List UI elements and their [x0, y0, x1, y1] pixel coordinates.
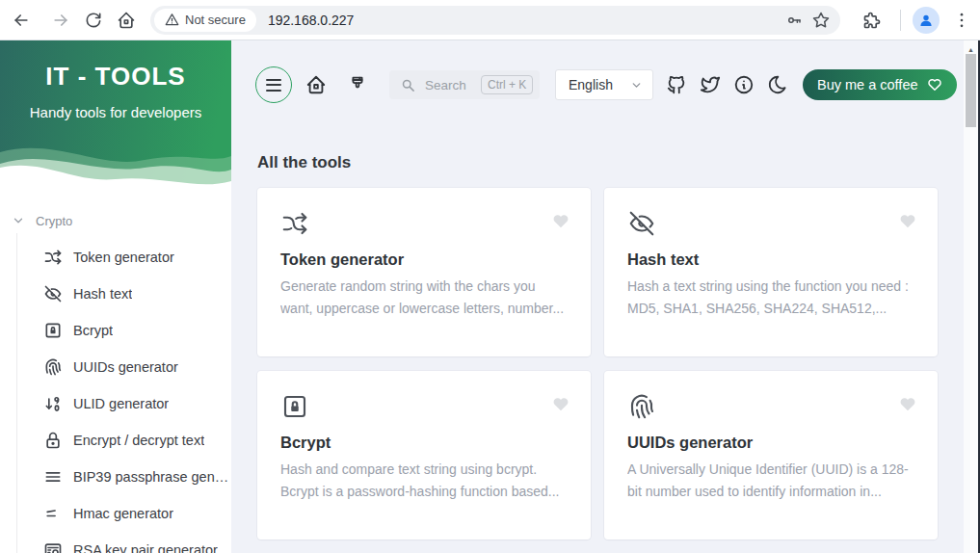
- sidebar-items: Token generator Hash text Bcrypt UUIDs g…: [16, 233, 231, 553]
- buy-me-a-coffee-button[interactable]: Buy me a coffee: [803, 69, 957, 100]
- sidebar-item-ulid-generator[interactable]: ULID generator: [17, 385, 231, 422]
- github-icon[interactable]: [666, 74, 687, 95]
- tool-card-description: A Universally Unique Identifier (UUID) i…: [627, 459, 914, 503]
- header-waves-decoration: [0, 135, 231, 195]
- sidebar-item-label: Token generator: [73, 250, 174, 265]
- tool-card-description: Hash and compare text string using bcryp…: [280, 459, 568, 503]
- sidebar-item-label: Hmac generator: [73, 506, 173, 521]
- sidebar: IT - TOOLS Handy tools for developers Cr…: [0, 40, 231, 553]
- tool-card-uuids-generator[interactable]: UUIDs generator A Universally Unique Ide…: [604, 371, 938, 540]
- app-subtitle: Handy tools for developers: [0, 104, 231, 120]
- tool-card-bcrypt[interactable]: Bcrypt Hash and compare text string usin…: [257, 371, 591, 540]
- fingerprint-icon: [627, 392, 656, 421]
- sidebar-item-uuids-generator[interactable]: UUIDs generator: [17, 349, 231, 385]
- hamburger-icon: [266, 79, 281, 81]
- warning-icon: [165, 13, 179, 27]
- address-bar[interactable]: Not secure 192.168.0.227: [150, 6, 840, 35]
- search-input[interactable]: [425, 78, 481, 92]
- sidebar-item-label: Hash text: [73, 286, 132, 302]
- security-label: Not secure: [185, 13, 246, 27]
- shuffle-icon: [280, 209, 309, 238]
- sidebar-item-bip39-passphrase-generator[interactable]: BIP39 passphrase gener...: [17, 459, 231, 495]
- sidebar-item-label: UUIDs generator: [73, 359, 178, 375]
- tool-card-title: Hash text: [627, 250, 914, 269]
- align-justified-icon: [43, 467, 63, 487]
- lock-icon: [43, 431, 63, 450]
- search-icon: [401, 78, 415, 92]
- sidebar-item-label: BIP39 passphrase gener...: [73, 469, 231, 485]
- tool-card-hash-text[interactable]: Hash text Hash a text string using the f…: [604, 188, 938, 356]
- browser-menu-kebab-icon[interactable]: [945, 4, 978, 37]
- page-title: All the tools: [257, 153, 351, 172]
- scrollbar-up-arrow[interactable]: ▲: [964, 40, 978, 54]
- main-content: Ctrl + K English: [231, 40, 964, 553]
- sidebar-item-hmac-generator[interactable]: Hmac generator: [17, 495, 231, 532]
- vertical-scrollbar[interactable]: ▲: [964, 40, 978, 553]
- app-title: IT - TOOLS: [0, 40, 231, 92]
- fingerprint-icon: [43, 357, 63, 377]
- favorite-heart-icon[interactable]: [899, 213, 916, 230]
- eye-off-icon: [43, 284, 63, 303]
- menu-toggle-button[interactable]: [255, 66, 292, 103]
- bookmark-star-icon[interactable]: [808, 7, 834, 34]
- back-icon[interactable]: [5, 4, 38, 37]
- sidebar-item-encrypt-decrypt-text[interactable]: Encrypt / decrypt text: [17, 422, 231, 459]
- sidebar-item-rsa-key-pair-generator[interactable]: RSA key pair generator: [17, 532, 231, 553]
- tool-card-title: Token generator: [280, 250, 568, 269]
- tool-card-title: UUIDs generator: [627, 434, 914, 452]
- app-topbar: Ctrl + K English: [255, 66, 957, 103]
- chevron-down-icon: [12, 214, 25, 227]
- favorite-heart-icon[interactable]: [552, 396, 569, 413]
- extensions-puzzle-icon[interactable]: [856, 4, 888, 37]
- sidebar-item-hash-text[interactable]: Hash text: [17, 276, 231, 312]
- sidebar-section-crypto[interactable]: Crypto: [0, 208, 231, 233]
- favorite-heart-icon[interactable]: [552, 213, 569, 230]
- twitter-icon[interactable]: [700, 74, 721, 95]
- coffee-label: Buy me a coffee: [817, 77, 918, 92]
- language-select[interactable]: English: [555, 69, 653, 100]
- tool-card-token-generator[interactable]: Token generator Generate random string w…: [257, 188, 591, 356]
- url-text[interactable]: 192.168.0.227: [268, 13, 355, 28]
- page: IT - TOOLS Handy tools for developers Cr…: [0, 40, 980, 553]
- lock-square-icon: [280, 392, 309, 421]
- sidebar-item-token-generator[interactable]: Token generator: [17, 239, 231, 276]
- tool-card-description: Generate random string with the chars yo…: [280, 276, 568, 320]
- tool-card-title: Bcrypt: [280, 434, 568, 452]
- app-home-icon[interactable]: [305, 74, 327, 95]
- language-value: English: [569, 77, 613, 92]
- forward-icon[interactable]: [44, 4, 77, 37]
- sort-numbers-icon: [43, 394, 63, 413]
- favorite-heart-icon[interactable]: [899, 396, 916, 413]
- profile-avatar[interactable]: [913, 7, 940, 34]
- paintbrush-icon[interactable]: [347, 74, 368, 95]
- chevron-down-icon: [630, 79, 643, 92]
- password-key-icon[interactable]: [781, 7, 808, 34]
- search-shortcut-badge: Ctrl + K: [481, 75, 533, 94]
- dark-mode-moon-icon[interactable]: [767, 74, 788, 95]
- lock-square-icon: [43, 321, 63, 340]
- certificate-icon: [43, 540, 63, 553]
- security-chip[interactable]: Not secure: [154, 9, 256, 32]
- heart-outline-icon: [927, 77, 942, 92]
- tool-card-description: Hash a text string using the function yo…: [627, 276, 914, 320]
- info-icon[interactable]: [733, 74, 755, 95]
- scrollbar-thumb[interactable]: [966, 54, 976, 127]
- sidebar-item-label: Bcrypt: [73, 323, 113, 338]
- reload-icon[interactable]: [77, 4, 110, 37]
- sidebar-item-label: Encrypt / decrypt text: [73, 433, 204, 448]
- sidebar-item-bcrypt[interactable]: Bcrypt: [17, 312, 231, 349]
- short-lines-icon: [43, 504, 63, 523]
- tools-grid: Token generator Generate random string w…: [257, 188, 938, 540]
- shuffle-icon: [43, 248, 63, 267]
- sidebar-item-label: RSA key pair generator: [73, 542, 218, 553]
- search-box[interactable]: Ctrl + K: [389, 70, 540, 99]
- sidebar-section-label: Crypto: [36, 214, 72, 228]
- sidebar-menu: Crypto Token generator Hash text Bcrypt: [0, 195, 231, 553]
- browser-toolbar: Not secure 192.168.0.227: [0, 0, 980, 40]
- eye-off-icon: [627, 209, 656, 238]
- browser-home-icon[interactable]: [110, 4, 143, 37]
- sidebar-header: IT - TOOLS Handy tools for developers: [0, 40, 231, 195]
- toolbar-separator: [900, 10, 901, 31]
- sidebar-item-label: ULID generator: [73, 396, 169, 411]
